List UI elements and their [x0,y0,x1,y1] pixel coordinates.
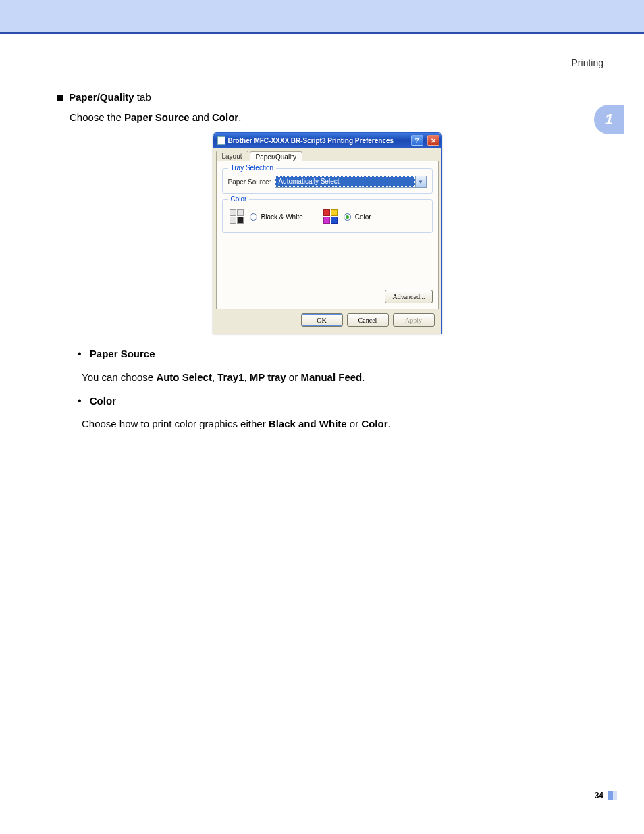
dialog-buttons: OK Cancel Apply [216,309,439,331]
tray-selection-legend: Tray Selection [228,164,277,172]
ps-c3: or [286,371,301,383]
tab-panel: Tray Selection Paper Source: Automatical… [216,161,439,309]
ps-b3: MP tray [250,371,286,383]
color-radio-row: Black & White Color [228,207,427,227]
bw-option[interactable]: Black & White [230,209,303,224]
cancel-button[interactable]: Cancel [347,313,389,327]
tab-strip: Layout Paper/Quality [216,151,439,161]
color-option[interactable]: Color [323,209,371,224]
ok-button[interactable]: OK [301,313,343,327]
section-heading-bold: Paper/Quality [69,91,134,103]
col-post: . [388,418,391,429]
color-heading-text: Color [90,395,116,407]
ps-c2: , [244,371,249,383]
paper-source-heading: Paper Source [78,345,597,363]
chapter-tab: 1 [594,105,624,134]
page-number: 34 [595,791,603,800]
intro-post: . [238,111,241,123]
tray-selection-group: Tray Selection Paper Source: Automatical… [222,168,433,194]
dialog-title: Brother MFC-XXXX BR-Script3 Printing Pre… [228,137,394,145]
chevron-down-icon[interactable]: ▼ [415,176,426,187]
paper-source-value: Automatically Select [275,176,414,187]
col-c1: or [347,418,362,429]
square-bullet-icon [57,95,63,101]
ps-c1: , [212,371,217,383]
intro-mid: and [190,111,212,123]
col-b2: Color [361,418,387,429]
paper-source-label: Paper Source: [228,178,271,186]
section-heading-text: Paper/Quality tab [69,91,151,103]
paper-source-row: Paper Source: Automatically Select ▼ [228,176,427,188]
paper-source-combo[interactable]: Automatically Select ▼ [275,176,426,188]
ps-pre: You can choose [82,371,156,383]
section-heading: Paper/Quality tab [57,91,597,103]
col-pre: Choose how to print color graphics eithe… [82,418,269,429]
top-stripe [0,0,644,34]
app-icon [217,136,225,145]
color-radio[interactable] [344,213,351,221]
intro-b2: Color [212,111,238,123]
advanced-row: Advanced... [385,290,432,303]
ps-post: . [362,371,365,383]
apply-button[interactable]: Apply [393,313,435,327]
bw-label: Black & White [261,213,303,221]
close-button[interactable]: ✕ [427,135,439,146]
intro-text: Choose the Paper Source and Color. [70,109,597,126]
dialog-titlebar[interactable]: Brother MFC-XXXX BR-Script3 Printing Pre… [213,133,441,148]
help-button[interactable]: ? [411,135,423,146]
paper-source-desc: You can choose Auto Select, Tray1, MP tr… [82,369,597,386]
ps-b1: Auto Select [156,371,212,383]
paper-source-heading-text: Paper Source [90,348,155,359]
dialog-body: Layout Paper/Quality Tray Selection Pape… [213,148,441,334]
color-desc: Choose how to print color graphics eithe… [82,416,597,432]
page-number-bar-icon [608,791,617,800]
color-legend: Color [228,195,250,203]
page-content: Paper/Quality tab Choose the Paper Sourc… [57,91,597,439]
color-swatch-icon [323,209,340,224]
intro-pre: Choose the [70,111,124,123]
color-group: Color Black & White Color [222,199,433,233]
bw-swatch-icon [230,209,246,224]
intro-b1: Paper Source [124,111,190,123]
ps-b2: Tray1 [217,371,244,383]
running-header: Printing [572,57,603,68]
bw-radio[interactable] [250,213,257,221]
color-label: Color [355,213,371,221]
tab-layout[interactable]: Layout [216,151,248,161]
printing-preferences-dialog: Brother MFC-XXXX BR-Script3 Printing Pre… [213,132,442,334]
advanced-button[interactable]: Advanced... [385,290,432,303]
ps-b4: Manual Feed [300,371,362,383]
section-heading-rest: tab [134,91,151,103]
color-heading: Color [78,392,597,410]
col-b1: Black and White [269,418,347,429]
